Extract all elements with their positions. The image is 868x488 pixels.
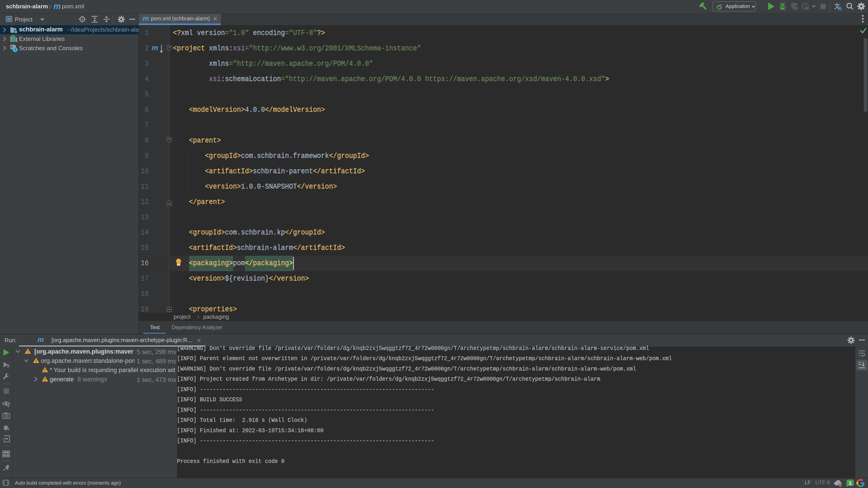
svg-text:1: 1 [849, 480, 851, 486]
svg-text:9: 9 [7, 363, 9, 368]
